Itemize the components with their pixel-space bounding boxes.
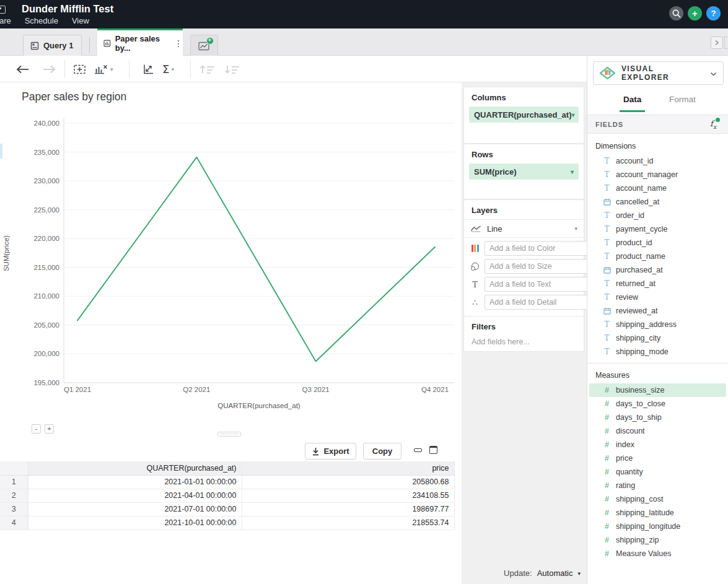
tab-format[interactable]: Format (669, 95, 696, 104)
table-row[interactable]: 22021-04-01 00:00:00234108.55 (0, 489, 454, 502)
chevron-down-icon[interactable]: ▾ (571, 168, 574, 175)
add-icon[interactable]: + (688, 6, 702, 20)
field-business-size[interactable]: #business_size (589, 383, 726, 397)
tab-overflow-button[interactable] (711, 37, 723, 49)
redo-button[interactable] (42, 56, 56, 82)
field-shipping-city[interactable]: Tshipping_city (587, 331, 728, 345)
field-days-to-ship[interactable]: #days_to_ship (587, 411, 728, 424)
field-shipping-address[interactable]: Tshipping_address (587, 318, 728, 331)
field-rating[interactable]: #rating (587, 479, 728, 492)
row-number-header (0, 461, 28, 475)
table-row[interactable]: 12021-01-01 00:00:00205800.68 (0, 475, 454, 489)
field-order-id[interactable]: Torder_id (587, 209, 728, 222)
columns-pill[interactable]: QUARTER(purchased_at) ▾ (469, 107, 579, 123)
detail-field-input[interactable] (485, 295, 594, 310)
field-account-name[interactable]: Taccount_name (587, 181, 728, 195)
table-row[interactable]: 42021-10-01 00:00:00218553.74 (0, 516, 454, 530)
line-chart[interactable]: 195,000200,000205,000210,000215,000220,0… (0, 82, 462, 438)
chart-toolbar: ▾ Σ ▾ (0, 56, 587, 82)
tab-query-1[interactable]: Query 1 (23, 35, 82, 56)
field-shipping-cost[interactable]: #shipping_cost (587, 492, 728, 506)
text-icon: T (603, 347, 611, 356)
chevron-right-icon (714, 40, 719, 46)
aggregate-button[interactable]: Σ ▾ (162, 56, 174, 82)
menu-schedule[interactable]: Schedule (25, 16, 58, 25)
update-control[interactable]: Update: Automatic ▾ (504, 569, 581, 578)
table-row[interactable]: 32021-07-01 00:00:00198697.77 (0, 502, 454, 516)
series-line[interactable] (77, 157, 435, 362)
field-returned-at[interactable]: Treturned_at (587, 277, 728, 290)
undo-button[interactable] (16, 56, 30, 82)
menu-share[interactable]: Share (0, 16, 11, 25)
tab-paper-sales[interactable]: Paper sales by... ⋮ (97, 28, 183, 56)
field-shipping-zip[interactable]: #shipping_zip (587, 533, 728, 547)
field-payment-cycle[interactable]: Tpayment_cycle (587, 222, 728, 236)
calendar-icon (603, 307, 611, 315)
field-account-id[interactable]: Taccount_id (587, 154, 728, 168)
update-value: Automatic (537, 569, 573, 578)
field-label: account_name (616, 184, 667, 193)
layer-type-select[interactable]: Line ▾ (464, 219, 584, 238)
price-cell: 205800.68 (242, 475, 454, 489)
help-icon[interactable]: ? (706, 6, 721, 20)
text-field-input[interactable] (485, 277, 594, 292)
tab-data[interactable]: Data (623, 95, 641, 104)
visual-explorer-panel: VISUAL EXPLORER Data Format FIELDS fx Di… (587, 56, 728, 584)
zoom-out-button[interactable]: - (32, 424, 41, 434)
x-tick-label: Q3 2021 (302, 386, 330, 393)
rows-pill[interactable]: SUM(price) ▾ (469, 163, 579, 180)
zoom-in-button[interactable]: + (45, 424, 54, 434)
add-chart-button[interactable] (73, 56, 87, 82)
formula-add-icon[interactable]: fx (710, 119, 720, 130)
field-purchased-at[interactable]: purchased_at (587, 263, 728, 277)
tab-menu-kebab-icon[interactable]: ⋮ (174, 38, 183, 48)
explorer-mode-select[interactable]: VISUAL EXPLORER (593, 61, 724, 85)
fields-divider (587, 363, 728, 364)
field-price[interactable]: #price (587, 451, 728, 465)
copy-button[interactable]: Copy (363, 443, 401, 460)
sort-ascending-button[interactable] (200, 56, 216, 82)
field-index[interactable]: #index (587, 438, 728, 451)
field-shipping-mode[interactable]: Tshipping_mode (587, 345, 728, 359)
field-product-name[interactable]: Tproduct_name (587, 250, 728, 263)
export-button[interactable]: Export (305, 443, 356, 460)
menu-view[interactable]: View (72, 16, 89, 25)
sort-descending-button[interactable] (224, 56, 240, 82)
field-label: quantity (616, 468, 643, 476)
size-field-input[interactable] (485, 259, 594, 274)
field-discount[interactable]: #discount (587, 424, 728, 438)
results-table[interactable]: QUARTER(purchased_at)price12021-01-01 00… (0, 461, 455, 530)
filters-shelf[interactable]: Filters Add fields here... (464, 316, 584, 351)
field-product-id[interactable]: Tproduct_id (587, 236, 728, 250)
fields-bar: FIELDS fx (587, 115, 728, 134)
number-icon: # (603, 386, 611, 394)
column-header-quarter: QUARTER(purchased_at) (28, 461, 242, 475)
field-review[interactable]: Treview (587, 290, 728, 304)
color-field-input[interactable] (485, 241, 594, 256)
field-account-manager[interactable]: Taccount_manager (587, 168, 728, 181)
maximize-panel-icon[interactable] (429, 446, 437, 454)
number-icon: # (603, 399, 611, 408)
field-quantity[interactable]: #quantity (587, 465, 728, 479)
field-reviewed-at[interactable]: reviewed_at (587, 304, 728, 318)
new-chart-tab-button[interactable]: + (190, 35, 218, 56)
field-shipping-latitude[interactable]: #shipping_latitude (587, 506, 728, 520)
chevron-down-icon[interactable]: ▾ (571, 111, 574, 118)
y-tick-label: 210,000 (33, 292, 59, 300)
tab-divider (89, 37, 90, 53)
field-label: review (616, 293, 638, 302)
swap-axes-button[interactable] (141, 56, 155, 82)
x-tick-label: Q4 2021 (421, 386, 449, 393)
field-measure-values[interactable]: #Measure Values (587, 547, 728, 560)
field-cancelled-at[interactable]: cancelled_at (587, 195, 728, 209)
search-icon[interactable] (669, 6, 683, 20)
minimize-panel-icon[interactable] (414, 448, 422, 452)
chevron-down-icon: ▾ (574, 225, 577, 232)
row-number-cell: 1 (0, 475, 28, 489)
pane-resize-handle[interactable]: ······· (217, 432, 241, 437)
left-edge-indicator (0, 144, 2, 159)
field-shipping-longitude[interactable]: #shipping_longitude (587, 520, 728, 533)
field-days-to-close[interactable]: #days_to_close (587, 397, 728, 411)
remove-chart-button[interactable]: ▾ (94, 56, 113, 82)
filters-label: Filters (464, 316, 584, 334)
